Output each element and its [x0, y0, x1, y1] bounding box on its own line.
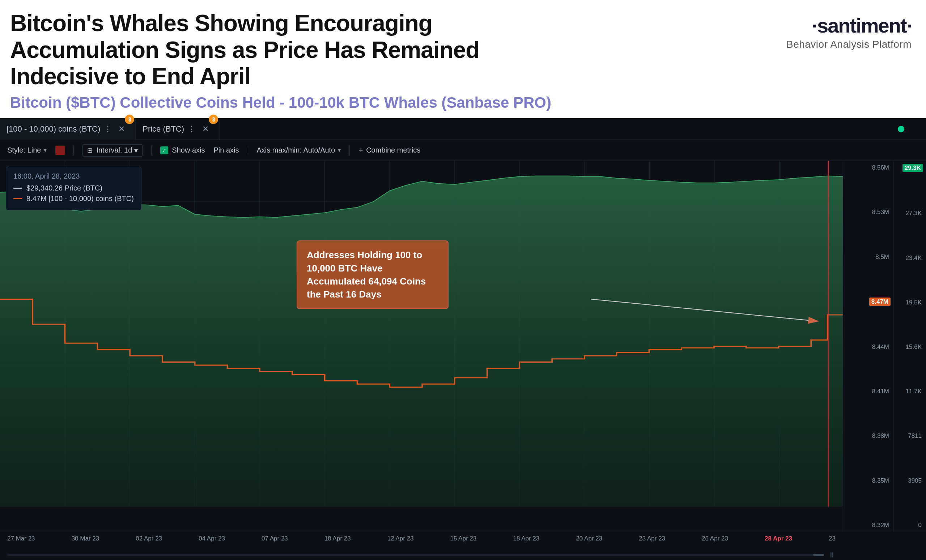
tooltip-date: 16:00, April 28, 2023 — [14, 172, 134, 180]
y-label-11-7k: 11.7K — [894, 388, 926, 394]
style-selector[interactable]: Style: Line ▾ — [7, 146, 47, 154]
style-chevron: ▾ — [44, 147, 47, 154]
y-axis-right-btc: 8.56M 8.53M 8.5M 8.47M 8.44M 8.41M 8.38M… — [843, 161, 893, 532]
sep2 — [151, 145, 151, 155]
logo-dot-right: · — [907, 15, 912, 36]
y-label-8-41m: 8.41M — [843, 388, 893, 394]
sep3 — [248, 145, 248, 155]
x-label-26apr: 26 Apr 23 — [702, 535, 728, 542]
tooltip-btc-row: 8.47M [100 - 10,000) coins (BTC) — [14, 195, 134, 203]
show-axis-item[interactable]: ✓ Show axis — [160, 146, 205, 154]
logo-dot-left: · — [812, 15, 816, 36]
y-label-8-35m: 8.35M — [843, 478, 893, 484]
x-label-10apr: 10 Apr 23 — [324, 535, 351, 542]
y-label-8-53m: 8.53M — [843, 209, 893, 215]
x-label-23: 23 — [829, 535, 835, 542]
y-label-3905: 3905 — [894, 478, 926, 484]
sep4 — [350, 145, 350, 155]
tab-price-btc[interactable]: Price (BTC) ⋮ ✕ ₿ — [136, 118, 220, 140]
interval-selector[interactable]: ⊞ Interval: 1d ▾ — [82, 144, 142, 157]
x-label-18apr: 18 Apr 23 — [513, 535, 540, 542]
y-label-15-6k: 15.6K — [894, 344, 926, 350]
y-label-8-32m: 8.32M — [843, 522, 893, 528]
tab1-close[interactable]: ✕ — [118, 124, 125, 134]
x-axis: 27 Mar 23 30 Mar 23 02 Apr 23 04 Apr 23 … — [0, 532, 926, 550]
annotation-box: Addresses Holding 100 to 10,000 BTC Have… — [297, 240, 449, 309]
y-axis-right-price: 29.3K 27.3K 23.4K 19.5K 15.6K 11.7K 7811… — [893, 161, 926, 532]
x-label-20apr: 20 Apr 23 — [576, 535, 602, 542]
chart-area: 16:00, April 28, 2023 $29,340.26 Price (… — [0, 161, 926, 532]
tab1-label: [100 - 10,000) coins (BTC) — [6, 124, 100, 134]
show-axis-checkbox[interactable]: ✓ — [160, 146, 168, 154]
x-label-28apr: 28 Apr 23 — [765, 535, 792, 542]
logo-text: santiment — [817, 14, 906, 37]
y-label-8-44m: 8.44M — [843, 344, 893, 350]
header-right: · santiment · Behavior Analysis Platform — [786, 10, 912, 50]
x-label-02apr: 02 Apr 23 — [136, 535, 162, 542]
tab1-dots[interactable]: ⋮ — [104, 124, 112, 134]
x-label-07apr: 07 Apr 23 — [262, 535, 288, 542]
tooltip-box: 16:00, April 28, 2023 $29,340.26 Price (… — [6, 167, 141, 210]
axis-minmax-label: Axis max/min: Auto/Auto — [257, 146, 335, 154]
sep1 — [73, 145, 74, 155]
main-title: Bitcoin's Whales Showing Encouraging Acc… — [10, 10, 538, 90]
x-label-04apr: 04 Apr 23 — [198, 535, 225, 542]
plus-icon: + — [359, 146, 363, 155]
interval-icon: ⊞ — [87, 146, 92, 154]
status-dot — [898, 126, 904, 132]
tooltip-btc-value: 8.47M [100 - 10,000) coins (BTC) — [26, 195, 134, 203]
tabs-row: [100 - 10,000) coins (BTC) ⋮ ✕ ₿ Price (… — [0, 118, 926, 140]
show-axis-label: Show axis — [172, 146, 205, 154]
tab2-badge: ₿ — [209, 115, 218, 124]
tooltip-price-row: $29,340.26 Price (BTC) — [14, 184, 134, 192]
x-label-15apr: 15 Apr 23 — [450, 535, 477, 542]
y-label-19-5k: 19.5K — [894, 299, 926, 305]
chart-plot: 16:00, April 28, 2023 $29,340.26 Price (… — [0, 161, 843, 532]
y-label-8-5m: 8.5M — [843, 254, 893, 260]
subtitle: Bitcoin ($BTC) Collective Coins Held - 1… — [10, 94, 786, 112]
y-label-7811: 7811 — [894, 433, 926, 439]
pin-axis-item[interactable]: Pin axis — [214, 146, 239, 154]
y-label-29-3k-highlighted: 29.3K — [902, 164, 923, 172]
scrollbar-thumb[interactable] — [813, 554, 824, 556]
scrollbar-area: ⏸ — [0, 550, 926, 560]
price-line-indicator — [14, 188, 22, 189]
toolbar: Style: Line ▾ ⊞ Interval: 1d ▾ ✓ Show ax… — [0, 140, 926, 161]
axis-chevron: ▾ — [338, 147, 341, 154]
x-label-27mar: 27 Mar 23 — [7, 535, 35, 542]
pin-axis-label: Pin axis — [214, 146, 239, 154]
y-label-8-38m: 8.38M — [843, 433, 893, 439]
chart-container: [100 - 10,000) coins (BTC) ⋮ ✕ ₿ Price (… — [0, 118, 926, 560]
santiment-logo: · santiment · — [812, 14, 912, 37]
tab2-label: Price (BTC) — [142, 124, 184, 134]
header-left: Bitcoin's Whales Showing Encouraging Acc… — [10, 10, 786, 112]
interval-label: Interval: 1d — [96, 146, 132, 154]
tab2-dots[interactable]: ⋮ — [188, 124, 196, 134]
color-swatch[interactable] — [55, 146, 65, 155]
y-label-23-4k: 23.4K — [894, 255, 926, 261]
x-axis-labels: 27 Mar 23 30 Mar 23 02 Apr 23 04 Apr 23 … — [0, 535, 843, 542]
y-label-8-47m-highlighted: 8.47M — [869, 297, 891, 306]
interval-chevron: ▾ — [134, 146, 138, 155]
x-label-23apr: 23 Apr 23 — [639, 535, 665, 542]
y-label-0: 0 — [894, 522, 926, 528]
y-label-27-3k: 27.3K — [894, 210, 926, 216]
y-label-8-56m: 8.56M — [843, 165, 893, 171]
tab2-close[interactable]: ✕ — [202, 124, 209, 134]
scrollbar-track[interactable] — [7, 554, 824, 556]
tooltip-price-value: $29,340.26 Price (BTC) — [26, 184, 102, 192]
annotation-text: Addresses Holding 100 to 10,000 BTC Have… — [307, 248, 439, 301]
axis-minmax-item[interactable]: Axis max/min: Auto/Auto ▾ — [257, 146, 341, 154]
x-label-12apr: 12 Apr 23 — [387, 535, 414, 542]
chart-svg — [0, 161, 843, 532]
btc-line-indicator — [14, 198, 22, 199]
combine-metrics-label: Combine metrics — [366, 146, 420, 154]
tab-btc-coins[interactable]: [100 - 10,000) coins (BTC) ⋮ ✕ ₿ — [0, 118, 136, 140]
x-label-30mar: 30 Mar 23 — [72, 535, 100, 542]
santiment-tagline: Behavior Analysis Platform — [786, 39, 912, 50]
pause-icon[interactable]: ⏸ — [828, 551, 835, 559]
combine-metrics-button[interactable]: + Combine metrics — [359, 146, 420, 155]
style-label: Style: Line — [7, 146, 41, 154]
header: Bitcoin's Whales Showing Encouraging Acc… — [0, 0, 926, 118]
tab1-badge: ₿ — [125, 115, 134, 124]
